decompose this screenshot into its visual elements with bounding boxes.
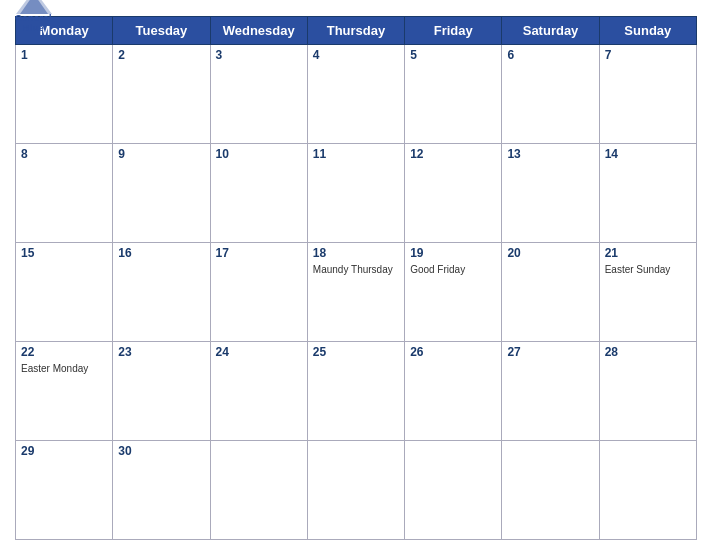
day-number: 2 [118,48,204,62]
weekday-header-saturday: Saturday [502,17,599,45]
day-number: 4 [313,48,399,62]
calendar-cell: 26 [405,342,502,441]
calendar-cell: 9 [113,144,210,243]
calendar-cell: 19Good Friday [405,243,502,342]
calendar-cell: 13 [502,144,599,243]
generalblue-logo: General Blue [15,0,52,34]
day-number: 8 [21,147,107,161]
day-number: 18 [313,246,399,260]
calendar-cell: 10 [210,144,307,243]
calendar-cell: 3 [210,45,307,144]
day-number: 22 [21,345,107,359]
day-number: 3 [216,48,302,62]
calendar-cell: 11 [307,144,404,243]
calendar-cell: 21Easter Sunday [599,243,696,342]
calendar-cell: 24 [210,342,307,441]
day-number: 23 [118,345,204,359]
day-number: 16 [118,246,204,260]
calendar-cell: 18Maundy Thursday [307,243,404,342]
calendar-body: 123456789101112131415161718Maundy Thursd… [16,45,697,540]
calendar-cell [307,441,404,540]
calendar-week-4: 22Easter Monday232425262728 [16,342,697,441]
day-number: 28 [605,345,691,359]
calendar-cell: 6 [502,45,599,144]
day-number: 25 [313,345,399,359]
calendar-cell: 12 [405,144,502,243]
day-number: 6 [507,48,593,62]
calendar-cell: 20 [502,243,599,342]
weekday-header-row: MondayTuesdayWednesdayThursdayFridaySatu… [16,17,697,45]
day-number: 5 [410,48,496,62]
day-number: 14 [605,147,691,161]
day-number: 21 [605,246,691,260]
calendar-cell [405,441,502,540]
calendar-cell: 5 [405,45,502,144]
day-number: 11 [313,147,399,161]
day-number: 10 [216,147,302,161]
day-number: 9 [118,147,204,161]
calendar-cell [599,441,696,540]
weekday-header-friday: Friday [405,17,502,45]
day-number: 19 [410,246,496,260]
holiday-label: Easter Monday [21,363,88,374]
calendar-cell: 14 [599,144,696,243]
weekday-header-sunday: Sunday [599,17,696,45]
day-number: 27 [507,345,593,359]
calendar-table: MondayTuesdayWednesdayThursdayFridaySatu… [15,16,697,540]
calendar-cell: 27 [502,342,599,441]
day-number: 29 [21,444,107,458]
calendar-cell: 17 [210,243,307,342]
calendar-cell: 16 [113,243,210,342]
calendar-cell: 25 [307,342,404,441]
day-number: 7 [605,48,691,62]
calendar-cell: 29 [16,441,113,540]
calendar-cell: 15 [16,243,113,342]
day-number: 26 [410,345,496,359]
weekday-header-thursday: Thursday [307,17,404,45]
calendar-cell: 8 [16,144,113,243]
calendar-cell: 22Easter Monday [16,342,113,441]
calendar-cell: 7 [599,45,696,144]
calendar-cell: 4 [307,45,404,144]
calendar-cell: 30 [113,441,210,540]
calendar-cell: 23 [113,342,210,441]
weekday-header-wednesday: Wednesday [210,17,307,45]
holiday-label: Good Friday [410,264,465,275]
day-number: 12 [410,147,496,161]
day-number: 1 [21,48,107,62]
day-number: 15 [21,246,107,260]
calendar-week-1: 1234567 [16,45,697,144]
calendar-cell: 1 [16,45,113,144]
weekday-header-tuesday: Tuesday [113,17,210,45]
day-number: 17 [216,246,302,260]
day-number: 30 [118,444,204,458]
calendar-cell [210,441,307,540]
calendar-week-5: 2930 [16,441,697,540]
calendar-cell: 28 [599,342,696,441]
day-number: 13 [507,147,593,161]
day-number: 24 [216,345,302,359]
holiday-label: Maundy Thursday [313,264,393,275]
calendar-cell [502,441,599,540]
calendar-week-2: 891011121314 [16,144,697,243]
calendar-cell: 2 [113,45,210,144]
holiday-label: Easter Sunday [605,264,671,275]
day-number: 20 [507,246,593,260]
calendar-week-3: 15161718Maundy Thursday19Good Friday2021… [16,243,697,342]
